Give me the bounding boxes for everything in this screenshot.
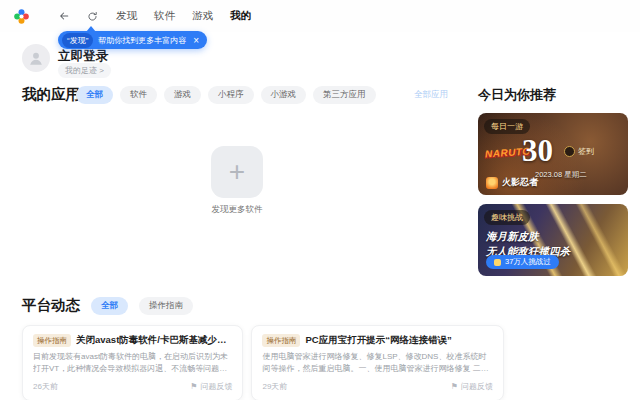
tooltip-badge: “发现” [62,33,93,48]
challenge-stat-pill[interactable]: 37万人挑战过 [486,255,559,269]
filter-all[interactable]: 全部 [76,86,113,104]
discover-more-label: 发现更多软件 [187,204,287,216]
daily-big-number: 30 [522,133,553,169]
avatar[interactable] [22,44,50,72]
news-card[interactable]: 操作指南 PC应用宝打开提示“网络连接错误” 使用电脑管家进行网络修复、修复LS… [251,325,504,400]
platform-news: 平台动态 全部 操作指南 操作指南 关闭avast防毒软件/卡巴斯基减少卡顿现象… [22,296,442,400]
my-apps-filters: 全部 软件 游戏 小程序 小游戏 第三方应用 [76,86,376,104]
daily-game-card[interactable]: 每日一游 NARUTO 30 签到 2023.08 星期二 火影忍者 [478,113,628,195]
tab-discover[interactable]: 发现 [116,9,137,23]
feedback-label: 问题反馈 [461,381,493,392]
refresh-icon[interactable] [82,6,102,26]
recommend-title: 今日为你推荐 [478,86,628,104]
tooltip-text: 帮助你找到更多丰富内容 [98,35,186,46]
daily-game-badge: 每日一游 [484,119,530,134]
challenge-stat-text: 37万人挑战过 [505,257,551,267]
app-logo-icon [13,8,30,25]
challenge-game-icon [494,259,501,266]
news-tag: 操作指南 [262,334,300,347]
filter-minigames[interactable]: 小游戏 [261,86,307,104]
challenge-slogan: 海月新皮肤 无人能敌狂揽四杀 [486,229,570,258]
plus-icon: + [229,158,245,186]
topbar: 发现 软件 游戏 我的 [0,0,640,32]
flag-icon: ⚑ [190,382,197,391]
flag-icon: ⚑ [451,382,458,391]
news-header: 平台动态 全部 操作指南 [22,296,442,315]
news-title: 平台动态 [22,296,80,315]
tooltip-close-icon[interactable]: × [193,35,199,46]
back-icon[interactable] [54,6,74,26]
news-tag: 操作指南 [33,334,71,347]
news-filter-guide[interactable]: 操作指南 [139,297,193,315]
main-nav: 发现 软件 游戏 我的 [116,9,251,23]
my-apps-title: 我的应用 [22,85,80,104]
news-card-title[interactable]: PC应用宝打开提示“网络连接错误” [305,334,451,347]
news-card[interactable]: 操作指南 关闭avast防毒软件/卡巴斯基减少卡顿现象 目前发现装有avast防… [22,325,243,400]
tab-games[interactable]: 游戏 [192,9,213,23]
challenge-badge: 趣味挑战 [484,210,530,225]
filter-miniprograms[interactable]: 小程序 [208,86,254,104]
game-avatar-icon [486,177,498,189]
challenge-card[interactable]: 趣味挑战 海月新皮肤 无人能敌狂揽四杀 37万人挑战过 [478,204,628,276]
person-icon [27,49,45,67]
feedback-link[interactable]: ⚑ 问题反馈 [190,381,232,392]
checkin-seal-icon [564,146,575,157]
news-card-footer: 26天前 ⚑ 问题反馈 [33,381,232,392]
filter-games[interactable]: 游戏 [164,86,201,104]
tab-mine[interactable]: 我的 [230,9,251,23]
feedback-link[interactable]: ⚑ 问题反馈 [451,381,493,392]
tooltip-arrow [86,26,96,32]
news-card-time: 29天前 [262,381,287,392]
news-card-footer: 29天前 ⚑ 问题反馈 [262,381,493,392]
news-card-body: 目前发现装有avast防毒软件的电脑，在启动后识别为未打开VT，此种情况会导致模… [33,351,232,376]
add-more-software-button[interactable]: + [211,146,263,198]
daily-game-row: 火影忍者 [486,176,538,189]
news-grid: 操作指南 关闭avast防毒软件/卡巴斯基减少卡顿现象 目前发现装有avast防… [22,325,442,400]
discover-tooltip: “发现” 帮助你找到更多丰富内容 × [58,31,207,49]
news-filter-all[interactable]: 全部 [91,297,128,315]
daily-game-name: 火影忍者 [502,176,538,189]
daily-date: 2023.08 星期二 [535,170,587,180]
checkin-label: 签到 [578,146,594,157]
view-all-apps-link[interactable]: 全部应用 [414,89,448,101]
news-card-title[interactable]: 关闭avast防毒软件/卡巴斯基减少卡顿现象 [76,334,232,347]
profile-sub-link[interactable]: 我的足迹 > [58,63,111,78]
news-card-head: 操作指南 关闭avast防毒软件/卡巴斯基减少卡顿现象 [33,334,232,347]
daily-checkin: 签到 [564,146,594,157]
news-card-head: 操作指南 PC应用宝打开提示“网络连接错误” [262,334,493,347]
tab-software[interactable]: 软件 [154,9,175,23]
feedback-label: 问题反馈 [200,381,232,392]
recommend-sidebar: 今日为你推荐 每日一游 NARUTO 30 签到 2023.08 星期二 火影忍… [478,86,628,276]
news-card-body: 使用电脑管家进行网络修复、修复LSP、修改DNS、校准系统时间等操作，然后重启电… [262,351,493,376]
challenge-line1: 海月新皮肤 [486,229,570,244]
news-card-time: 26天前 [33,381,58,392]
filter-software[interactable]: 软件 [120,86,157,104]
filter-thirdparty[interactable]: 第三方应用 [313,86,376,104]
